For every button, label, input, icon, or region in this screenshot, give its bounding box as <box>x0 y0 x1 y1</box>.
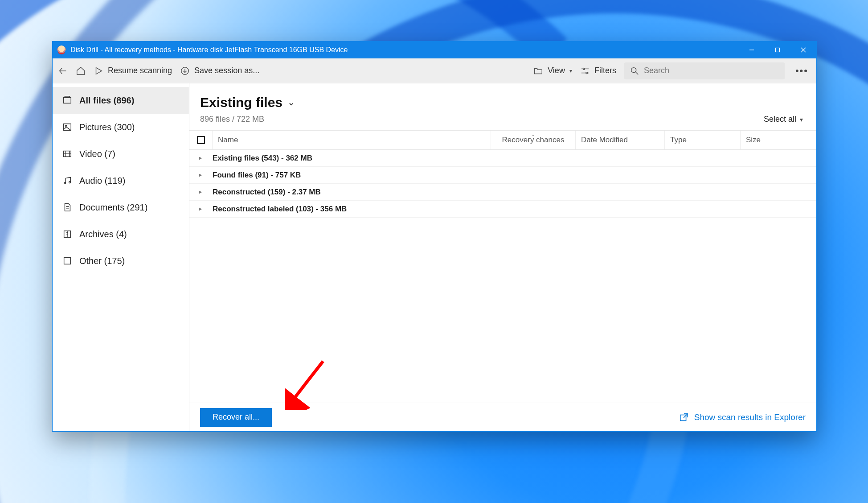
table-row[interactable]: Existing files (543) - 362 MB <box>189 150 816 167</box>
expand-icon[interactable] <box>196 205 205 214</box>
column-name[interactable]: Name <box>213 131 491 149</box>
svg-marker-32 <box>199 173 202 177</box>
folder-icon <box>533 66 543 76</box>
app-icon <box>57 45 66 54</box>
search-input[interactable] <box>644 66 779 75</box>
search-box[interactable] <box>624 62 785 79</box>
svg-point-11 <box>586 72 588 74</box>
sidebar-item-pictures[interactable]: Pictures (300) <box>53 114 189 140</box>
svg-rect-30 <box>64 258 71 264</box>
maximize-button[interactable] <box>765 41 790 58</box>
sidebar: All files (896) Pictures (300) Video (7)… <box>53 83 189 431</box>
chevron-down-icon: ▾ <box>800 116 803 123</box>
svg-line-13 <box>636 72 639 74</box>
window-title: Disk Drill - All recovery methods - Hard… <box>70 46 348 54</box>
table-row[interactable]: Found files (91) - 757 KB <box>189 167 816 184</box>
square-icon <box>62 256 72 266</box>
column-name-label: Name <box>218 136 238 144</box>
select-all-dropdown[interactable]: Select all ▾ <box>764 95 806 124</box>
svg-point-9 <box>583 68 585 70</box>
select-all-checkbox-cell[interactable] <box>189 131 213 149</box>
app-window: Disk Drill - All recovery methods - Hard… <box>52 41 817 432</box>
sidebar-item-other[interactable]: Other (175) <box>53 247 189 274</box>
checkbox-icon[interactable] <box>197 136 205 144</box>
table-row[interactable]: Reconstructed (159) - 2.37 MB <box>189 184 816 201</box>
svg-point-12 <box>631 67 636 72</box>
close-button[interactable] <box>790 41 816 58</box>
resume-scanning-button[interactable]: Resume scanning <box>94 66 172 76</box>
svg-point-23 <box>69 181 71 183</box>
toolbar: Resume scanning Save session as... View … <box>53 58 816 83</box>
video-icon <box>62 149 72 159</box>
search-icon <box>630 66 639 76</box>
svg-rect-1 <box>776 48 780 52</box>
table-row[interactable]: Reconstructed labeled (103) - 356 MB <box>189 201 816 218</box>
svg-rect-15 <box>65 96 70 98</box>
open-external-icon <box>679 412 689 422</box>
row-label: Reconstructed labeled (103) - 356 MB <box>213 205 347 214</box>
column-type-label: Type <box>670 136 687 144</box>
sidebar-item-label: Archives (4) <box>79 229 127 239</box>
results-title: Existing files <box>200 95 283 110</box>
home-button[interactable] <box>76 66 86 76</box>
chevron-down-icon: ▾ <box>569 68 572 74</box>
svg-point-22 <box>64 182 66 184</box>
sidebar-item-video[interactable]: Video (7) <box>53 140 189 167</box>
results-subtitle: 896 files / 722 MB <box>200 115 764 124</box>
sidebar-item-all-files[interactable]: All files (896) <box>53 87 189 114</box>
footer: Recover all... Show scan results in Expl… <box>189 403 816 431</box>
expand-icon[interactable] <box>196 154 205 163</box>
svg-line-36 <box>684 413 688 417</box>
image-icon <box>62 122 72 132</box>
minimize-button[interactable] <box>739 41 765 58</box>
more-menu-button[interactable]: ••• <box>793 65 811 77</box>
play-icon <box>94 66 103 76</box>
recover-all-button[interactable]: Recover all... <box>200 408 272 427</box>
column-date-label: Date Modified <box>581 136 628 144</box>
sort-indicator-icon: ⌄ <box>531 132 535 137</box>
save-session-button[interactable]: Save session as... <box>180 66 259 76</box>
download-icon <box>180 66 190 76</box>
sidebar-item-label: Audio (119) <box>79 176 125 186</box>
show-in-explorer-label: Show scan results in Explorer <box>694 412 806 422</box>
view-label: View <box>548 66 565 75</box>
svg-marker-5 <box>96 67 102 74</box>
column-headers: Name ⌄ Recovery chances Date Modified Ty… <box>189 130 816 150</box>
results-title-dropdown[interactable]: Existing files ⌄ <box>200 95 764 110</box>
filters-button[interactable]: Filters <box>580 66 616 76</box>
titlebar[interactable]: Disk Drill - All recovery methods - Hard… <box>53 41 816 58</box>
back-button[interactable] <box>58 66 68 76</box>
sidebar-item-documents[interactable]: Documents (291) <box>53 194 189 221</box>
sidebar-item-label: Pictures (300) <box>79 122 135 132</box>
column-date[interactable]: Date Modified <box>576 131 665 149</box>
music-icon <box>62 176 72 186</box>
archive-icon <box>62 229 72 239</box>
document-icon <box>62 202 72 212</box>
sidebar-item-archives[interactable]: Archives (4) <box>53 221 189 247</box>
stack-icon <box>62 95 72 105</box>
svg-rect-14 <box>64 98 71 103</box>
show-in-explorer-link[interactable]: Show scan results in Explorer <box>679 412 806 422</box>
row-label: Existing files (543) - 362 MB <box>213 154 312 163</box>
expand-icon[interactable] <box>196 188 205 197</box>
sidebar-item-label: All files (896) <box>79 95 134 106</box>
select-all-label: Select all <box>764 115 796 124</box>
sidebar-item-label: Other (175) <box>79 256 125 266</box>
view-dropdown[interactable]: View ▾ <box>533 66 572 76</box>
sidebar-item-audio[interactable]: Audio (119) <box>53 167 189 194</box>
row-label: Found files (91) - 757 KB <box>213 171 301 180</box>
svg-marker-31 <box>199 157 202 160</box>
svg-marker-34 <box>199 207 202 211</box>
results-rows: Existing files (543) - 362 MB Found file… <box>189 150 816 403</box>
expand-icon[interactable] <box>196 171 205 180</box>
main-panel: Existing files ⌄ 896 files / 722 MB Sele… <box>189 83 816 431</box>
recover-all-label: Recover all... <box>213 412 259 422</box>
column-size-label: Size <box>746 136 761 144</box>
row-label: Reconstructed (159) - 2.37 MB <box>213 188 321 197</box>
column-recovery[interactable]: ⌄ Recovery chances <box>491 131 576 149</box>
chevron-down-icon: ⌄ <box>288 98 295 107</box>
column-size[interactable]: Size <box>741 131 816 149</box>
column-type[interactable]: Type <box>665 131 741 149</box>
sidebar-item-label: Video (7) <box>79 149 115 159</box>
sidebar-item-label: Documents (291) <box>79 202 147 213</box>
